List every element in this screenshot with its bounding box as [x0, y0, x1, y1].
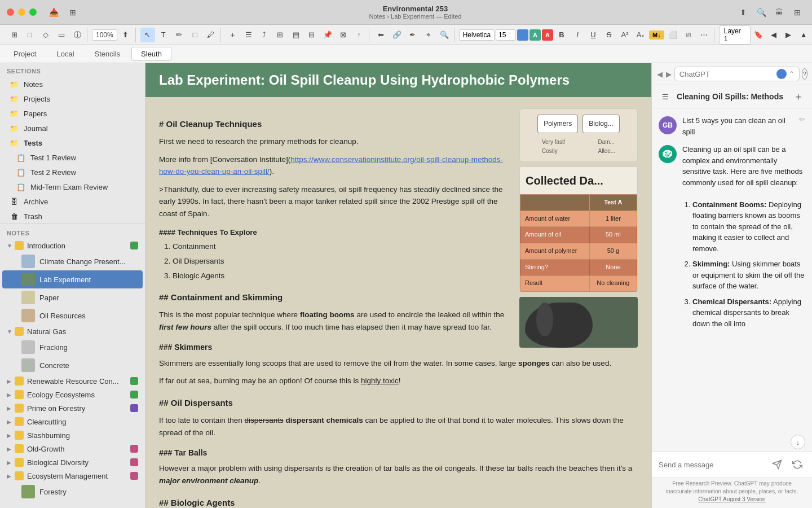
search2-tool[interactable]: 🔍: [437, 28, 452, 42]
view-lasso-tool[interactable]: ◇: [38, 28, 53, 42]
widget-tool[interactable]: ⊠: [336, 28, 351, 42]
pen-tool[interactable]: ✏: [172, 28, 187, 42]
export-tool[interactable]: ⬆: [118, 28, 133, 42]
disclaimer-link[interactable]: ChatGPT August 3 Version: [698, 496, 765, 502]
superscript-tool[interactable]: A²: [617, 28, 632, 42]
note-paper[interactable]: Paper: [2, 288, 143, 306]
nav-back-tool[interactable]: ◀: [766, 28, 780, 42]
rp-search-bar[interactable]: ⌃: [674, 67, 800, 81]
sidebar-item-notes[interactable]: 📁 Notes: [2, 77, 143, 91]
nav-fwd-tool[interactable]: ▶: [782, 28, 796, 42]
color-picker-green[interactable]: A: [529, 29, 541, 41]
subscript-tool[interactable]: Aₓ: [633, 28, 648, 42]
sidebar-toggle-icon[interactable]: ⊞: [65, 5, 81, 20]
sidebar-item-trash[interactable]: 🗑 Trash: [2, 209, 143, 224]
chart-tool[interactable]: ▤: [289, 28, 303, 42]
sidebar-item-test2[interactable]: 📋 Test 2 Review: [9, 165, 143, 179]
rp-help-btn[interactable]: ?: [802, 68, 807, 80]
pin-tool[interactable]: 📌: [320, 28, 335, 42]
zoom-level[interactable]: 100%: [92, 29, 117, 41]
font-size-display[interactable]: 15: [496, 29, 516, 41]
link-tool[interactable]: 🔗: [390, 28, 404, 42]
chat-input[interactable]: [659, 461, 765, 469]
prev-tool[interactable]: ⬅: [374, 28, 389, 42]
pen2-tool[interactable]: ✒: [405, 28, 420, 42]
view-square-tool[interactable]: □: [23, 28, 37, 42]
add-tool[interactable]: ＋: [226, 28, 240, 42]
sidebar-item-midterm[interactable]: 📋 Mid-Term Exam Review: [9, 179, 143, 194]
folder-natural-gas[interactable]: ▼ Natural Gas: [2, 325, 143, 338]
note-concrete[interactable]: Concrete: [2, 356, 143, 374]
grid2-tool[interactable]: ⊟: [304, 28, 319, 42]
sidebar-item-tests[interactable]: 📁 Tests: [2, 135, 143, 150]
conservation-link[interactable]: https://www.conservationinstitute.org/oi…: [159, 155, 503, 176]
sidebar-item-journal[interactable]: 📁 Journal: [2, 121, 143, 135]
share-icon[interactable]: ⬆: [735, 5, 751, 20]
refresh-button[interactable]: [789, 457, 805, 472]
move-up-tool[interactable]: ▲: [797, 28, 811, 42]
info-tool[interactable]: ⓘ: [70, 28, 85, 42]
brush-tool[interactable]: 🖊: [204, 28, 218, 42]
layer-display[interactable]: Layer 1: [719, 25, 751, 45]
strike-tool[interactable]: S: [602, 28, 616, 42]
folder-biodiversity[interactable]: ▶ Biological Divorsity: [2, 456, 143, 469]
underline-tool[interactable]: U: [586, 28, 601, 42]
lasso-tool[interactable]: ⌖: [421, 28, 436, 42]
edit-icon[interactable]: ✏: [799, 115, 805, 137]
more-tool[interactable]: ⋯: [697, 28, 712, 42]
view-rect-tool[interactable]: ▭: [54, 28, 69, 42]
table-tool[interactable]: ⊞: [273, 28, 288, 42]
color-picker-blue[interactable]: [517, 29, 528, 41]
note-fracking[interactable]: Fracking: [2, 338, 143, 356]
rp-add-btn[interactable]: ＋: [792, 90, 805, 103]
font-name-display[interactable]: Helvetica: [459, 29, 495, 41]
folder-slashburning[interactable]: ▶ Slashburning: [2, 428, 143, 442]
folder-introduction[interactable]: ▼ Introduction: [2, 239, 143, 252]
upload-tool[interactable]: ↑: [352, 28, 367, 42]
share-tool[interactable]: ⤴: [257, 28, 272, 42]
eraser-tool[interactable]: ⬜: [665, 28, 680, 42]
view-grid-tool[interactable]: ⊞: [7, 28, 21, 42]
tab-project[interactable]: Project: [5, 47, 45, 60]
note-forestry-leaf[interactable]: Forestry: [2, 483, 143, 501]
folder-ecosystem-mgmt[interactable]: ▶ Ecosystem Management: [2, 469, 143, 483]
close-button[interactable]: [7, 8, 14, 16]
sidebar-item-test1[interactable]: 📋 Test 1 Review: [9, 150, 143, 165]
rp-back-btn[interactable]: ◀: [656, 67, 663, 81]
scroll-down-btn[interactable]: ↓: [791, 435, 805, 449]
note-oil-resources[interactable]: Oil Resources: [2, 306, 143, 325]
rp-menu-icon[interactable]: ☰: [659, 90, 672, 103]
sidebar-item-papers[interactable]: 📁 Papers: [2, 106, 143, 121]
bank-icon[interactable]: 🏛: [771, 5, 787, 20]
bookmark-tool[interactable]: 🔖: [752, 28, 766, 42]
search-icon[interactable]: 🔍: [753, 5, 769, 20]
folder-oldgrowth[interactable]: ▶ Old-Growth: [2, 442, 143, 456]
text-tool[interactable]: T: [156, 28, 171, 42]
md-toggle[interactable]: M↓: [649, 30, 664, 40]
rp-fwd-btn[interactable]: ▶: [665, 67, 672, 81]
doc-body[interactable]: Polymers Biolog... Very fast! Costly Dam…: [145, 97, 651, 508]
pointer-tool[interactable]: ↖: [140, 28, 155, 42]
tab-local[interactable]: Local: [47, 47, 83, 60]
grid-icon[interactable]: ⊞: [789, 5, 805, 20]
list-tool[interactable]: ☰: [241, 28, 256, 42]
note-lab-experiment[interactable]: Lab Experiment: [2, 270, 143, 288]
tab-sleuth[interactable]: Sleuth: [131, 47, 171, 61]
folder-ecology[interactable]: ▶ Ecology Ecosystems: [2, 388, 143, 401]
note-climate-change[interactable]: Climate Change Present...: [2, 252, 143, 270]
minimize-button[interactable]: [18, 8, 25, 16]
rp-search-stepper[interactable]: ⌃: [789, 70, 795, 78]
shape-tool[interactable]: □: [188, 28, 202, 42]
color-picker-red[interactable]: A: [542, 29, 553, 41]
maximize-button[interactable]: [29, 8, 37, 16]
clear-tool[interactable]: ⎚: [681, 28, 696, 42]
sidebar-item-projects[interactable]: 📁 Projects: [2, 91, 143, 106]
folder-renewable[interactable]: ▶ Renewable Resource Con...: [2, 374, 143, 388]
send-button[interactable]: [769, 457, 785, 472]
folder-clearcutting[interactable]: ▶ Clearcutting: [2, 415, 143, 428]
inbox-icon[interactable]: 📥: [46, 5, 61, 20]
folder-forestry[interactable]: ▶ Prime on Forestry: [2, 401, 143, 415]
tab-stencils[interactable]: Stencils: [86, 47, 130, 60]
rp-search-input[interactable]: [679, 70, 774, 78]
bold-tool[interactable]: B: [554, 28, 569, 42]
